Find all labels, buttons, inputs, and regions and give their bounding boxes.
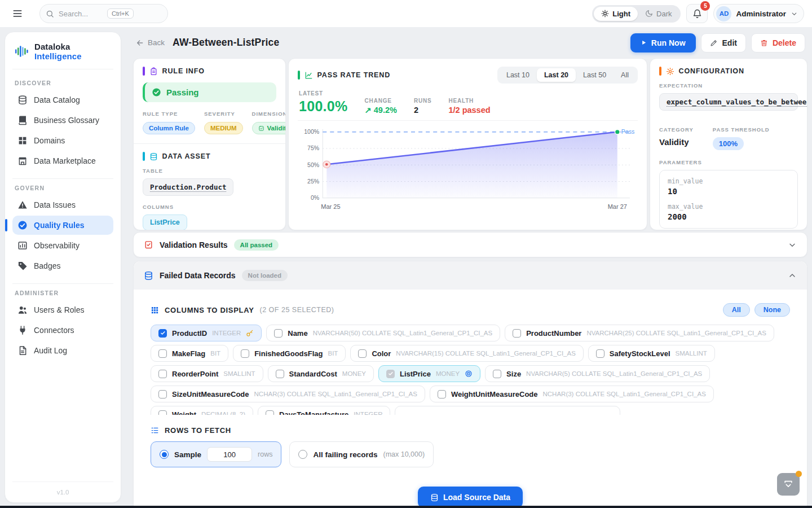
grid-icon <box>17 135 28 146</box>
column-pill-productid[interactable]: ProductIDINTEGER <box>151 325 262 341</box>
sidebar-item-data-issues[interactable]: Data Issues <box>12 195 113 214</box>
select-all-button[interactable]: All <box>723 303 750 317</box>
parameters-box: min_value10max_value2000 <box>659 170 798 229</box>
checkbox-weightunitmeasurecode[interactable] <box>438 390 446 398</box>
column-pill-finishedgoodsflag[interactable]: FinishedGoodsFlagBIT <box>233 345 346 362</box>
checkbox-listprice[interactable] <box>386 370 395 378</box>
checkbox-size[interactable] <box>493 370 501 378</box>
check-small-icon <box>258 125 264 132</box>
trend-accent <box>298 71 300 80</box>
edit-button[interactable]: Edit <box>701 33 746 52</box>
notifications-button[interactable]: 5 <box>686 4 708 23</box>
global-search[interactable]: Ctrl+K <box>39 4 168 23</box>
back-label: Back <box>148 38 165 47</box>
column-type: BIT <box>210 350 220 357</box>
checkbox-standardcost[interactable] <box>276 370 284 378</box>
failed-records-body: COLUMNS TO DISPLAY (2 OF 25 SELECTED) Al… <box>134 290 807 508</box>
column-pill-size[interactable]: SizeNVARCHAR(5) COLLATE SQL_Latin1_Gener… <box>485 365 710 382</box>
checkbox-safetystocklevel[interactable] <box>596 349 604 358</box>
column-pill-daystomanufacture[interactable]: DaysToManufactureINTEGER <box>258 406 390 415</box>
checkbox-daystomanufacture[interactable] <box>266 410 274 415</box>
sidebar-item-badges[interactable]: Badges <box>12 256 113 275</box>
failed-records-header[interactable]: Failed Data Records Not loaded <box>134 261 807 290</box>
checkbox-makeflag[interactable] <box>158 349 167 358</box>
column-type: SMALLINT <box>676 350 707 357</box>
sidebar-item-data-catalog[interactable]: Data Catalog <box>12 90 113 110</box>
sidebar-item-business-glossary[interactable]: Business Glossary <box>12 111 113 130</box>
trend-tab-last-20[interactable]: Last 20 <box>537 68 576 82</box>
rule-info-accent <box>143 67 145 76</box>
checkbox-color[interactable] <box>358 349 367 358</box>
chevron-down-icon[interactable] <box>788 240 797 249</box>
sample-radio[interactable] <box>160 450 169 459</box>
column-type: NVARCHAR(25) COLLATE SQL_Latin1_General_… <box>586 330 766 336</box>
user-menu[interactable]: AD Administrator <box>713 4 804 23</box>
sidebar-item-domains[interactable]: Domains <box>12 131 113 150</box>
sidebar-item-users-roles[interactable]: Users & Roles <box>12 300 113 319</box>
back-button[interactable]: Back <box>135 38 165 47</box>
file-text-icon <box>17 345 28 356</box>
column-pill-makeflag[interactable]: MakeFlagBIT <box>151 345 228 362</box>
column-pill-safetystocklevel[interactable]: SafetyStockLevelSMALLINT <box>588 345 715 362</box>
delete-button[interactable]: Delete <box>751 33 805 52</box>
sidebar-item-observability[interactable]: Observability <box>12 236 113 255</box>
parameter-name: min_value <box>668 177 789 185</box>
bottom-edge <box>0 506 812 508</box>
app-version: v1.0 <box>12 481 113 496</box>
theme-light-button[interactable]: Light <box>594 7 638 21</box>
sidebar-item-audit-log[interactable]: Audit Log <box>12 341 113 360</box>
config-grid: CATEGORY Validity PASS THRESHOLD 100% <box>659 126 798 150</box>
column-name: ReorderPoint <box>172 370 218 378</box>
column-chip-listprice[interactable]: ListPrice <box>143 214 187 230</box>
column-pill-sizeunitmeasurecode[interactable]: SizeUnitMeasureCodeNCHAR(3) COLLATE SQL_… <box>151 386 425 402</box>
load-source-data-button[interactable]: Load Source Data <box>418 487 523 508</box>
sample-option[interactable]: Sample rows <box>151 441 281 467</box>
column-pill-listprice[interactable]: ListPriceMONEY <box>378 365 480 382</box>
scroll-to-bottom-button[interactable] <box>777 473 800 496</box>
checkbox-name[interactable] <box>274 329 283 338</box>
columns-label: COLUMNS <box>143 204 276 210</box>
sample-rows-input[interactable] <box>207 447 252 462</box>
search-input[interactable] <box>59 10 103 18</box>
column-name: SizeUnitMeasureCode <box>172 390 249 398</box>
sidebar-item-data-marketplace[interactable]: Data Marketplace <box>12 151 113 170</box>
configuration-card: CONFIGURATION EXPECTATION expect_column_… <box>650 58 807 230</box>
all-failing-radio[interactable] <box>298 450 307 459</box>
status-text: Passing <box>166 87 199 97</box>
validation-results-accordion[interactable]: Validation Results All passed <box>133 232 807 257</box>
all-failing-option[interactable]: All failing records (max 10,000) <box>289 441 434 467</box>
theme-dark-button[interactable]: Dark <box>638 7 679 21</box>
column-name: StandardCost <box>289 370 337 378</box>
chevron-up-icon[interactable] <box>788 271 797 280</box>
column-pill-standardcost[interactable]: StandardCostMONEY <box>268 365 374 382</box>
column-pill-name[interactable]: NameNVARCHAR(50) COLLATE SQL_Latin1_Gene… <box>266 325 500 341</box>
checkbox-finishedgoodsflag[interactable] <box>241 349 249 358</box>
rule-field-rule-type: RULE TYPEColumn Rule <box>143 111 195 134</box>
column-pill-color[interactable]: ColorNVARCHAR(15) COLLATE SQL_Latin1_Gen… <box>350 345 583 362</box>
pass-rate-chart: 0%25%50%75%100%PassMar 25Mar 27 <box>298 120 638 214</box>
checkbox-productnumber[interactable] <box>513 329 521 338</box>
column-pill-productnumber[interactable]: ProductNumberNVARCHAR(25) COLLATE SQL_La… <box>505 325 774 341</box>
sidebar-item-connectors[interactable]: Connectors <box>12 321 113 340</box>
trend-tab-last-10[interactable]: Last 10 <box>499 68 537 82</box>
checkbox-reorderpoint[interactable] <box>158 370 167 378</box>
sidebar-item-quality-rules[interactable]: Quality Rules <box>12 216 113 235</box>
checkbox-weight[interactable] <box>158 410 167 415</box>
config-title: CONFIGURATION <box>679 67 744 75</box>
sidebar-section-label: ADMINISTER <box>15 290 111 296</box>
all-failing-hint: (max 10,000) <box>383 450 425 458</box>
column-name: DaysToManufacture <box>279 410 348 415</box>
checkbox-sizeunitmeasurecode[interactable] <box>158 390 167 398</box>
trend-tab-last-50[interactable]: Last 50 <box>576 68 614 82</box>
column-pill-weight[interactable]: WeightDECIMAL(8, 2) <box>151 406 253 415</box>
load-row: Load Source Data <box>151 487 790 508</box>
checkbox-productid[interactable] <box>158 329 167 338</box>
column-pill-clipped[interactable] <box>395 406 620 415</box>
run-now-button[interactable]: Run Now <box>630 33 696 52</box>
table-name-chip[interactable]: Production.Product <box>143 178 233 196</box>
column-pill-weightunitmeasurecode[interactable]: WeightUnitMeasureCodeNCHAR(3) COLLATE SQ… <box>430 386 714 402</box>
trend-tab-all[interactable]: All <box>614 68 636 82</box>
column-pill-reorderpoint[interactable]: ReorderPointSMALLINT <box>151 365 263 382</box>
menu-button[interactable] <box>8 4 27 23</box>
select-none-button[interactable]: None <box>754 303 790 317</box>
